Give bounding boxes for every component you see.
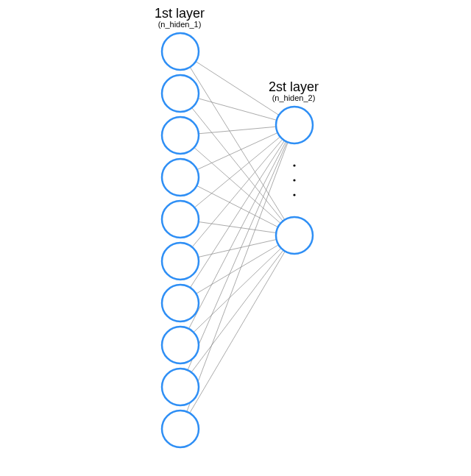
layer-subtitle-text: (n_hiden_1) — [155, 20, 205, 29]
edge — [189, 141, 286, 329]
layer-label: 1st layer(n_hiden_1) — [155, 6, 205, 29]
layer-title-text: 1st layer — [155, 6, 205, 21]
edge — [196, 245, 278, 294]
neuron-node — [162, 33, 199, 70]
nn-diagram — [0, 0, 471, 476]
ellipsis-dot — [293, 164, 295, 166]
edge — [196, 185, 277, 227]
layer-subtitle-text: (n_hiden_2) — [269, 93, 319, 102]
neuron-node — [162, 117, 199, 154]
ellipsis-dot — [293, 179, 295, 181]
ellipsis-dot — [293, 193, 295, 196]
edge — [198, 99, 277, 121]
neuron-node — [162, 369, 199, 405]
neuron-node — [162, 411, 199, 447]
neuron-node — [162, 327, 199, 363]
edge — [199, 222, 276, 233]
neuron-node — [276, 217, 313, 254]
layer-title-text: 2st layer — [269, 79, 319, 95]
edge — [198, 240, 276, 257]
neuron-node — [162, 75, 199, 112]
edge — [187, 142, 288, 411]
neuron-node — [276, 107, 313, 143]
edge — [191, 250, 283, 372]
neuron-node — [162, 243, 199, 280]
neuron-node — [162, 159, 199, 196]
edge — [194, 147, 280, 223]
neuron-node — [162, 201, 199, 238]
edge — [196, 62, 279, 116]
edges-group — [187, 62, 288, 413]
layer-label: 2st layer(n_hiden_2) — [269, 79, 319, 102]
edge — [194, 248, 281, 332]
neuron-node — [162, 285, 199, 322]
